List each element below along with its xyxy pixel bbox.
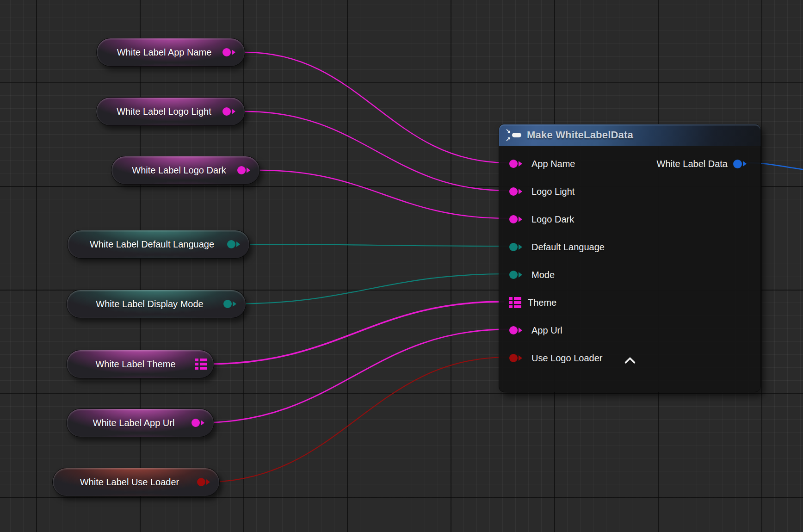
wire-logo-light[interactable] <box>245 111 507 191</box>
variable-get-node-default-language[interactable]: White Label Default Language <box>67 230 250 259</box>
pin-arrow-icon <box>233 301 239 307</box>
output-pin-row: White Label Data <box>657 150 749 178</box>
node-body: App Name Logo Light Logo Dark Default La… <box>499 146 760 372</box>
string-output-pin[interactable] <box>222 48 238 56</box>
string-output-pin[interactable] <box>237 166 253 174</box>
pin-dot-icon <box>197 478 205 486</box>
input-pin-app-url[interactable] <box>509 326 525 334</box>
pin-dot-icon <box>191 419 200 427</box>
pin-dot-icon <box>227 240 235 248</box>
string-output-pin[interactable] <box>222 107 238 116</box>
wire-logo-dark[interactable] <box>259 170 507 218</box>
pin-arrow-icon <box>232 49 238 55</box>
wire-default-language[interactable] <box>248 244 507 246</box>
pin-arrow-icon <box>519 272 525 278</box>
output-pin-white-label-data[interactable] <box>733 160 749 168</box>
enum-output-pin[interactable] <box>223 300 239 308</box>
variable-name: White Label Default Language <box>77 239 227 250</box>
pin-arrow-icon <box>236 241 243 247</box>
wire-display-mode[interactable] <box>231 274 507 304</box>
pin-dot-icon <box>733 160 742 168</box>
struct-output-pin[interactable] <box>195 359 207 370</box>
pin-label: Use Logo Loader <box>531 353 602 364</box>
variable-name: White Label Logo Light <box>105 106 222 117</box>
node-title: Make WhiteLabelData <box>527 129 633 141</box>
variable-get-node-app-name[interactable]: White Label App Name <box>96 38 245 67</box>
pin-dot-icon <box>509 271 518 279</box>
variable-get-node-use-loader[interactable]: White Label Use Loader <box>52 468 220 496</box>
variable-name: White Label Display Mode <box>76 299 223 309</box>
blueprint-graph-canvas[interactable]: White Label App Name White Label Logo Li… <box>0 0 803 532</box>
input-pin-mode[interactable] <box>509 271 525 279</box>
input-pin-row: Theme <box>499 289 760 316</box>
pin-arrow-icon <box>519 161 525 167</box>
enum-output-pin[interactable] <box>227 240 243 248</box>
pin-label: Logo Light <box>531 186 574 197</box>
variable-name: White Label Use Loader <box>62 477 197 488</box>
pin-dot-icon <box>222 48 231 56</box>
struct-pin-icon <box>195 359 207 370</box>
pin-arrow-icon <box>206 479 213 485</box>
wire-use-loader[interactable] <box>205 357 507 482</box>
variable-get-node-theme[interactable]: White Label Theme <box>66 350 214 378</box>
pin-dot-icon <box>223 300 232 308</box>
pin-label: App Name <box>531 159 575 169</box>
capsule-icon <box>512 133 521 137</box>
variable-get-node-logo-dark[interactable]: White Label Logo Dark <box>111 156 260 185</box>
input-pin-row: Mode <box>499 261 760 289</box>
bool-output-pin[interactable] <box>197 478 213 486</box>
pin-label: App Url <box>531 325 562 336</box>
pin-dot-icon <box>509 326 518 334</box>
pin-dot-icon <box>509 160 518 168</box>
make-whitelabeldata-node[interactable]: ↘ ↗ Make WhiteLabelData App Name Logo Li… <box>499 124 761 392</box>
input-pin-theme[interactable] <box>509 297 521 308</box>
arrow-in-icon: ↗ <box>506 137 511 142</box>
pin-label: Theme <box>528 297 556 308</box>
wire-app-name[interactable] <box>245 52 507 163</box>
pin-arrow-icon <box>519 217 525 222</box>
variable-name: White Label Theme <box>76 359 195 370</box>
input-pin-row: App Url <box>499 316 760 344</box>
variable-name: White Label App Url <box>76 418 191 428</box>
input-pin-logo-dark[interactable] <box>509 215 525 223</box>
arrow-in-icon: ↘ <box>506 129 511 133</box>
pin-dot-icon <box>509 243 518 251</box>
pin-arrow-icon <box>201 420 207 426</box>
pin-arrow-icon <box>232 109 238 114</box>
pin-label: White Label Data <box>657 159 728 169</box>
struct-pin-icon <box>509 297 521 308</box>
pin-arrow-icon <box>519 328 525 333</box>
pin-arrow-icon <box>247 167 253 173</box>
pin-dot-icon <box>237 166 246 174</box>
pin-dot-icon <box>222 107 231 116</box>
node-header[interactable]: ↘ ↗ Make WhiteLabelData <box>499 124 760 146</box>
pin-arrow-icon <box>519 244 525 250</box>
pin-arrow-icon <box>519 355 525 361</box>
pin-arrow-icon <box>743 161 749 167</box>
variable-get-node-logo-light[interactable]: White Label Logo Light <box>96 97 245 126</box>
variable-get-node-display-mode[interactable]: White Label Display Mode <box>66 290 246 318</box>
input-pin-use-logo-loader[interactable] <box>509 354 525 362</box>
string-output-pin[interactable] <box>191 419 207 427</box>
variable-get-node-app-url[interactable]: White Label App Url <box>66 408 214 437</box>
input-pin-row: Logo Dark <box>499 205 760 233</box>
make-struct-icon: ↘ ↗ <box>506 128 522 142</box>
pin-arrow-icon <box>519 189 525 194</box>
pin-label: Mode <box>531 270 555 280</box>
input-pin-app-name[interactable] <box>509 160 525 168</box>
input-pin-logo-light[interactable] <box>509 187 525 196</box>
wire-theme[interactable] <box>207 302 503 364</box>
pin-label: Logo Dark <box>531 214 574 225</box>
input-pin-row: Default Language <box>499 233 760 261</box>
wire-app-url[interactable] <box>200 329 507 423</box>
input-pin-row: Logo Light <box>499 178 760 205</box>
variable-name: White Label App Name <box>106 47 222 58</box>
variable-name: White Label Logo Dark <box>121 165 237 176</box>
pin-dot-icon <box>509 215 518 223</box>
input-pin-default-language[interactable] <box>509 243 525 251</box>
pin-dot-icon <box>509 187 518 196</box>
pin-dot-icon <box>509 354 518 362</box>
pin-label: Default Language <box>531 242 605 253</box>
